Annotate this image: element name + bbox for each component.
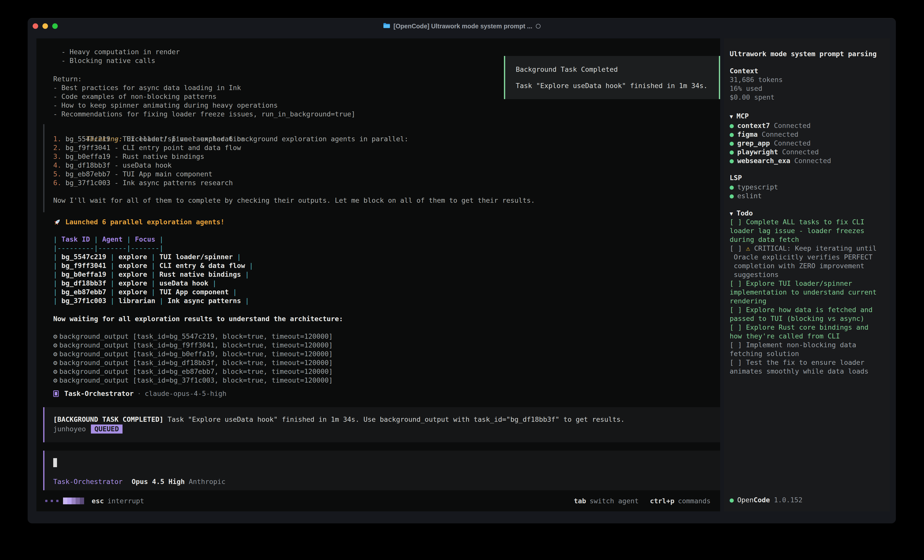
scrollback-line: - Recommendations for fixing loader free… (53, 110, 355, 118)
mcp-item: ●figmaConnected (730, 130, 885, 139)
mcp-list: ●context7Connected●figmaConnected●grep_a… (730, 121, 885, 165)
thinking-agent-item: 2. bg_f9ff3041 - CLI entry point and dat… (53, 143, 535, 152)
tool-call-line: ⚙background_output [task_id=bg_eb87ebb7,… (53, 367, 333, 376)
mcp-section-toggle[interactable]: ▼MCP (730, 112, 885, 121)
session-title: Ultrawork mode system prompt parsing (730, 49, 885, 58)
tool-call-list: ⚙background_output [task_id=bg_5547c219,… (53, 332, 333, 385)
connected-dot-icon: ● (730, 157, 734, 165)
todo-item: [ ] Explore Rust core bindings and how t… (730, 323, 885, 340)
input-model-name[interactable]: Opus 4.5 High (132, 478, 184, 485)
progress-spinner-icon (63, 497, 84, 504)
notification-body: Task "Explore useData hook" finished in … (516, 81, 719, 90)
connected-dot-icon: ● (730, 122, 734, 129)
zoom-button[interactable] (52, 23, 58, 29)
gear-icon: ⚙ (53, 332, 57, 340)
scrollback-line: - Best practices for async data loading … (53, 83, 355, 92)
rocket-icon (53, 218, 61, 226)
tab-key-hint: tab (574, 497, 586, 505)
status-bar-right: tab switch agent ctrl+p commands (574, 497, 711, 505)
agent-name: Task-Orchestrator (64, 389, 134, 398)
table-header-row: | Task ID | Agent | Focus | (53, 235, 254, 244)
todo-heading: Todo (736, 209, 753, 217)
connected-dot-icon: ● (730, 183, 734, 191)
app-version: 1.0.152 (774, 496, 802, 504)
input-agent-name[interactable]: Task-Orchestrator (53, 478, 123, 485)
app-version-footer: ● OpenCode 1.0.152 (730, 496, 885, 504)
context-stat-line: $0.00 spent (730, 93, 885, 102)
thinking-agent-item: 3. bg_b0effa19 - Rust native bindings (53, 152, 535, 161)
busy-indicator-icon (536, 24, 541, 28)
notification-title: Background Task Completed (516, 65, 719, 74)
todo-item: [ ] Test the fix to ensure loader animat… (730, 358, 885, 376)
todo-list: [ ] Complete ALL tasks to fix CLI loader… (730, 217, 885, 376)
status-dot-icon: ● (730, 496, 734, 504)
connected-dot-icon: ● (730, 148, 734, 156)
waiting-line: Now waiting for all exploration results … (53, 314, 343, 323)
input-footer: Task-Orchestrator Opus 4.5 High Anthropi… (53, 478, 225, 485)
context-stat-line: 16% used (730, 84, 885, 93)
tool-call-line: ⚙background_output [task_id=bg_5547c219,… (53, 332, 333, 341)
connected-dot-icon: ● (730, 139, 734, 147)
esc-key-hint: esc (92, 497, 104, 505)
mcp-item: ●playwrightConnected (730, 148, 885, 156)
launch-banner-text: Launched 6 parallel exploration agents! (65, 217, 225, 226)
terminal-window: [OpenCode] Ultrawork mode system prompt … (28, 18, 896, 523)
table-row: | bg_eb87ebb7 | explore | TUI App compon… (53, 287, 254, 296)
thinking-agent-item: 6. bg_37f1c003 - Ink async patterns rese… (53, 178, 535, 187)
minimize-button[interactable] (42, 23, 48, 29)
tool-call-line: ⚙background_output [task_id=bg_f9ff3041,… (53, 341, 333, 349)
window-title: [OpenCode] Ultrawork mode system prompt … (393, 22, 532, 30)
titlebar: [OpenCode] Ultrawork mode system prompt … (28, 18, 896, 34)
table-row: | bg_5547c219 | explore | TUI loader/spi… (53, 252, 254, 261)
input-provider-name: Anthropic (189, 478, 225, 485)
prompt-input[interactable]: Task-Orchestrator Opus 4.5 High Anthropi… (43, 451, 720, 490)
gear-icon: ⚙ (53, 368, 57, 375)
table-row: | bg_df18bb3f | explore | useData hook | (53, 279, 254, 287)
todo-item: [ ] Complete ALL tasks to fix CLI loader… (730, 217, 885, 244)
thinking-block: Thinking: Excellent! I've launched 6 bac… (43, 124, 535, 212)
todo-item: [ ] Explore how data is fetched and pass… (730, 305, 885, 323)
mcp-item: ●websearch_exaConnected (730, 156, 885, 165)
ctrlp-key-label: commands (678, 497, 711, 505)
scrollback-line: - Code examples of non-blocking patterns (53, 92, 355, 101)
scrollback-line: Return: (53, 75, 355, 83)
table-row: | bg_b0effa19 | explore | Rust native bi… (53, 270, 254, 279)
tool-result-return-list: Return:- Best practices for async data l… (53, 75, 355, 118)
gear-icon: ⚙ (53, 350, 57, 358)
thinking-agent-item: 5. bg_eb87ebb7 - TUI App main component (53, 169, 535, 178)
tool-call-line: ⚙background_output [task_id=bg_b0effa19,… (53, 349, 333, 358)
chevron-down-icon: ▼ (730, 114, 733, 120)
mcp-heading: MCP (736, 112, 749, 120)
scrollback-line: - Blocking native calls (53, 56, 180, 65)
scrollback-line: - How to keep spinner animating during h… (53, 101, 355, 110)
close-button[interactable] (33, 23, 38, 29)
table-row: | bg_f9ff3041 | explore | CLI entry & da… (53, 261, 254, 270)
lsp-item: ●typescript (730, 183, 885, 192)
background-task-text: [BACKGROUND TASK COMPLETED] Task "Explor… (53, 415, 720, 424)
mcp-item: ●grep_appConnected (730, 139, 885, 148)
background-task-message: [BACKGROUND TASK COMPLETED] Task "Explor… (43, 407, 720, 442)
todo-item: [ ] ⚠ CRITICAL: Keep iterating until Ora… (730, 244, 885, 279)
context-stat-line: 31,686 tokens (730, 75, 885, 84)
brand-name: Open (737, 496, 753, 504)
notification-toast[interactable]: Background Task Completed Task "Explore … (504, 56, 720, 99)
table-row: | bg_37f1c003 | librarian | Ink async pa… (53, 296, 254, 305)
thinking-agent-item: 4. bg_df18bb3f - useData hook (53, 161, 535, 169)
agent-header: Task-Orchestrator · claude-opus-4-5-high (53, 389, 226, 398)
chevron-down-icon: ▼ (730, 211, 733, 217)
agent-model: claude-opus-4-5-high (145, 389, 226, 398)
status-bar-left: esc interrupt (45, 497, 144, 505)
gear-icon: ⚙ (53, 341, 57, 349)
chat-scroll-area[interactable]: - Heavy computation in render - Blocking… (36, 38, 720, 511)
sidebar: Ultrawork mode system prompt parsing Con… (724, 38, 890, 511)
folder-icon (383, 22, 390, 30)
tab-key-label: switch agent (590, 497, 639, 505)
tool-call-line: ⚙background_output [task_id=bg_37f1c003,… (53, 376, 333, 385)
mcp-item: ●context7Connected (730, 121, 885, 130)
tool-result-tail: - Heavy computation in render - Blocking… (53, 48, 180, 65)
todo-section-toggle[interactable]: ▼Todo (730, 209, 885, 218)
lsp-list: ●typescript●eslint (730, 183, 885, 200)
lsp-item: ●eslint (730, 192, 885, 200)
tool-call-line: ⚙background_output [task_id=bg_df18bb3f,… (53, 358, 333, 367)
message-author: junhoyeo (53, 424, 86, 434)
